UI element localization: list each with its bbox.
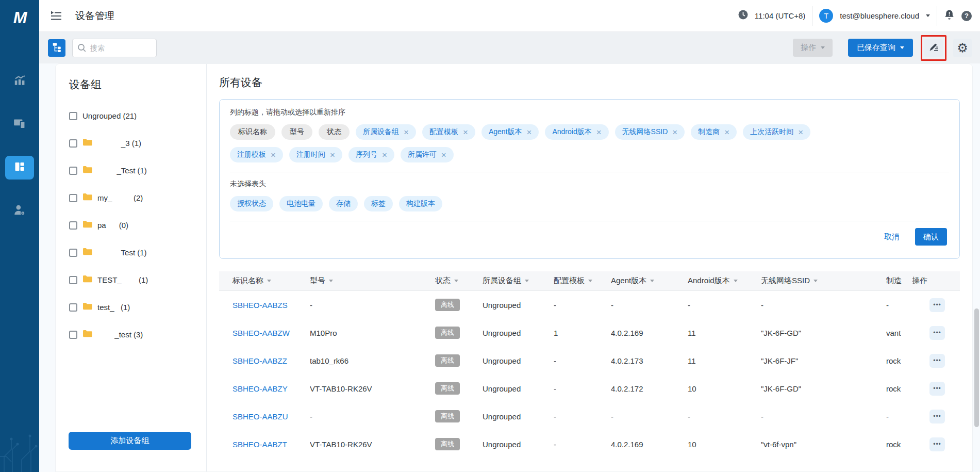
device-name-link[interactable]: SBHEO-AABZS — [232, 301, 288, 310]
notification-bell-icon[interactable] — [944, 9, 955, 23]
remove-chip-icon[interactable]: × — [526, 128, 531, 137]
cancel-button[interactable]: 取消 — [884, 232, 900, 242]
column-chip[interactable]: 电池电量 — [279, 196, 323, 211]
sidebar-item-devices[interactable] — [5, 112, 34, 136]
column-chip[interactable]: 注册时间× — [289, 147, 342, 162]
column-chip[interactable]: 配置模板× — [422, 124, 475, 140]
help-icon[interactable]: ? — [961, 11, 972, 21]
group-checkbox[interactable] — [69, 331, 77, 339]
settings-gear-button[interactable]: ⚙ — [953, 39, 972, 57]
sortable-column-header[interactable]: 无线网络SSID — [761, 276, 886, 286]
remove-chip-icon[interactable]: × — [441, 151, 446, 159]
remove-chip-icon[interactable]: × — [404, 128, 409, 137]
user-email[interactable]: test@bluesphere.cloud — [840, 11, 919, 20]
more-actions-button[interactable] — [929, 298, 945, 312]
avatar[interactable]: T — [819, 9, 833, 23]
device-group-item[interactable]: TEST_ (1) — [69, 266, 206, 294]
group-checkbox[interactable] — [69, 276, 77, 284]
column-chip[interactable]: 无线网络SSID× — [615, 124, 685, 140]
device-name-cell: SBHEO-AABZW — [219, 329, 310, 337]
device-group-item[interactable]: Ungrouped (21) — [69, 102, 206, 129]
sortable-column-header[interactable]: 型号 — [310, 276, 435, 286]
sort-caret-icon — [454, 280, 458, 282]
group-checkbox[interactable] — [69, 194, 77, 202]
column-chip[interactable]: 授权状态 — [230, 196, 273, 211]
device-group-item[interactable]: test_ (1) — [69, 294, 206, 321]
group-checkbox[interactable] — [69, 249, 77, 257]
device-name-link[interactable]: SBHEO-AABZT — [232, 440, 287, 449]
column-chip[interactable]: 所属许可× — [401, 147, 454, 162]
column-chip[interactable]: 所属设备组× — [356, 124, 416, 140]
sidebar-item-device-management[interactable] — [5, 156, 34, 180]
chevron-down-icon[interactable] — [926, 14, 930, 17]
wifi-ssid-cell: - — [761, 412, 886, 421]
column-chip[interactable]: Agent版本× — [481, 124, 539, 140]
device-group-item[interactable]: _Test (1) — [69, 157, 206, 184]
more-actions-button[interactable] — [929, 437, 945, 451]
more-actions-button[interactable] — [929, 410, 945, 424]
remove-chip-icon[interactable]: × — [724, 128, 729, 137]
group-checkbox[interactable] — [69, 167, 77, 175]
remove-chip-icon[interactable]: × — [271, 151, 276, 159]
sortable-column-header[interactable]: 状态 — [435, 276, 483, 286]
column-chip[interactable]: 序列号× — [348, 147, 394, 162]
more-actions-button[interactable] — [929, 382, 945, 396]
column-chip[interactable]: Android版本× — [545, 124, 608, 140]
column-panel-footer: 取消 确认 — [230, 221, 949, 252]
agent-version-cell: - — [611, 301, 688, 310]
remove-chip-icon[interactable]: × — [672, 128, 677, 137]
sortable-column-header[interactable]: 配置模板 — [554, 276, 611, 286]
vertical-scrollbar-thumb[interactable] — [974, 308, 979, 427]
column-chip[interactable]: 上次活跃时间× — [743, 124, 810, 140]
column-chip-label: 状态 — [327, 127, 341, 137]
sidebar-item-analytics[interactable] — [5, 69, 34, 93]
sidebar-item-user-admin[interactable] — [5, 199, 34, 223]
column-chip[interactable]: 存储 — [329, 196, 358, 211]
saved-queries-button[interactable]: 已保存查询 — [848, 39, 913, 57]
model-cell: M10Pro — [310, 329, 435, 337]
device-name-link[interactable]: SBHEO-AABZZ — [232, 356, 287, 365]
sortable-column-header[interactable]: 标识名称 — [219, 276, 310, 286]
actions-button[interactable]: 操作 — [793, 39, 833, 57]
device-group-item[interactable]: my_ (2) — [69, 184, 206, 211]
group-label: Test (1) — [97, 248, 147, 257]
column-header-label: 配置模板 — [554, 276, 585, 286]
group-checkbox[interactable] — [69, 303, 77, 312]
edit-columns-button[interactable] — [924, 39, 943, 57]
device-name-link[interactable]: SBHEO-AABZW — [232, 329, 290, 337]
column-chip-fixed[interactable]: 标识名称 — [230, 124, 275, 140]
column-header-label: 所属设备组 — [483, 276, 521, 286]
device-group-item[interactable]: pa (0) — [69, 211, 206, 239]
sortable-column-header[interactable]: Android版本 — [688, 276, 761, 286]
collapse-menu-icon[interactable] — [49, 10, 63, 22]
add-device-group-button[interactable]: 添加设备组 — [69, 432, 191, 450]
group-checkbox[interactable] — [69, 139, 77, 148]
group-checkbox[interactable] — [69, 221, 77, 230]
sortable-column-header[interactable]: Agent版本 — [611, 276, 688, 286]
confirm-button[interactable]: 确认 — [915, 228, 947, 246]
remove-chip-icon[interactable]: × — [596, 128, 602, 137]
more-actions-button[interactable] — [929, 354, 945, 368]
column-chip[interactable]: 制造商× — [691, 124, 737, 140]
device-name-link[interactable]: SBHEO-AABZU — [232, 412, 288, 421]
remove-chip-icon[interactable]: × — [463, 128, 468, 137]
remove-chip-icon[interactable]: × — [798, 128, 803, 137]
remove-chip-icon[interactable]: × — [382, 151, 387, 159]
column-chooser-panel: 列的标题，请拖动或选择以重新排序 标识名称型号状态所属设备组×配置模板×Agen… — [219, 99, 960, 259]
column-chip-fixed[interactable]: 状态 — [319, 124, 350, 140]
group-checkbox[interactable] — [69, 112, 77, 120]
column-chip[interactable]: 构建版本 — [399, 196, 442, 211]
column-chip-fixed[interactable]: 型号 — [281, 124, 312, 140]
column-chip[interactable]: 标签 — [364, 196, 393, 211]
android-version-cell: - — [688, 412, 761, 421]
device-group-item[interactable]: _test (3) — [69, 321, 206, 348]
device-group-item[interactable]: _3 (1) — [69, 129, 206, 157]
sortable-column-header[interactable]: 所属设备组 — [483, 276, 554, 286]
remove-chip-icon[interactable]: × — [330, 151, 335, 159]
group-tree-toggle-button[interactable] — [48, 39, 65, 57]
device-name-link[interactable]: SBHEO-AABZY — [232, 384, 288, 393]
column-chip[interactable]: 注册模板× — [230, 147, 283, 162]
more-actions-button[interactable] — [929, 326, 945, 340]
unselected-headers-label: 未选择表头 — [230, 180, 949, 189]
device-group-item[interactable]: Test (1) — [69, 239, 206, 266]
